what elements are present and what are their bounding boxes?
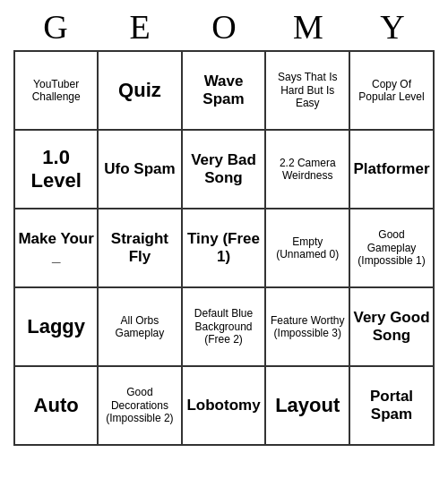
- cell-r4-c3: Layout: [265, 366, 349, 445]
- cell-r4-c1: Good Decorations (Impossible 2): [98, 366, 181, 445]
- cell-r3-c4: Very Good Song: [349, 287, 434, 366]
- cell-r0-c0: YouTuber Challenge: [14, 51, 98, 130]
- bingo-header: GEOMY: [13, 0, 435, 50]
- cell-r1-c0: 1.0 Level: [14, 130, 98, 209]
- cell-r0-c4: Copy Of Popular Level: [349, 51, 434, 130]
- cell-r4-c4: Portal Spam: [349, 366, 434, 445]
- cell-r3-c3: Feature Worthy (Impossible 3): [265, 287, 349, 366]
- cell-r0-c1: Quiz: [98, 51, 181, 130]
- cell-r4-c0: Auto: [14, 366, 98, 445]
- cell-r2-c0: Make Your _: [14, 209, 98, 287]
- cell-r3-c0: Laggy: [14, 287, 98, 366]
- cell-r1-c3: 2.2 Camera Weirdness: [265, 130, 349, 209]
- cell-r0-c3: Says That Is Hard But Is Easy: [265, 51, 349, 130]
- bingo-grid: YouTuber ChallengeQuizWave SpamSays That…: [13, 50, 435, 446]
- cell-r4-c2: Lobotomy: [182, 366, 266, 445]
- cell-r2-c1: Straight Fly: [98, 209, 181, 287]
- cell-r1-c1: Ufo Spam: [98, 130, 181, 209]
- cell-r1-c2: Very Bad Song: [182, 130, 266, 209]
- cell-r2-c4: Good Gameplay (Impossible 1): [349, 209, 434, 287]
- cell-r1-c4: Platformer: [349, 130, 434, 209]
- header-letter: E: [104, 7, 176, 47]
- cell-r3-c1: All Orbs Gameplay: [98, 287, 181, 366]
- cell-r3-c2: Default Blue Background (Free 2): [182, 287, 266, 366]
- cell-r0-c2: Wave Spam: [182, 51, 266, 130]
- cell-r2-c3: Empty (Unnamed 0): [265, 209, 349, 287]
- header-letter: Y: [357, 7, 428, 47]
- header-letter: M: [272, 7, 344, 47]
- header-letter: O: [188, 7, 260, 47]
- header-letter: G: [20, 7, 91, 47]
- cell-r2-c2: Tiny (Free 1): [182, 209, 266, 287]
